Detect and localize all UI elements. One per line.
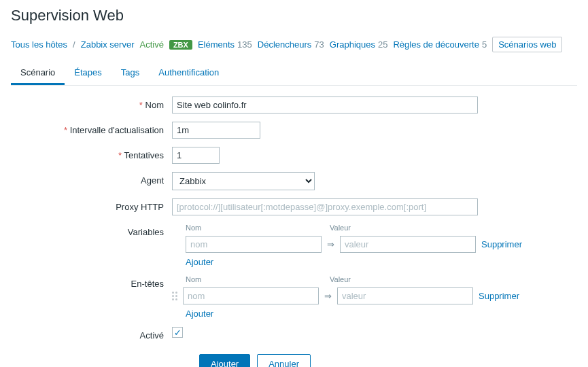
breadcrumb: Tous les hôtes / Zabbix server Activé ZB… bbox=[11, 37, 577, 52]
enabled-checkbox[interactable] bbox=[172, 327, 183, 338]
nav-triggers[interactable]: Déclencheurs bbox=[258, 39, 312, 50]
zbx-badge: ZBX bbox=[169, 40, 192, 50]
nav-graphs[interactable]: Graphiques bbox=[330, 39, 375, 50]
agent-select[interactable]: Zabbix bbox=[172, 172, 315, 190]
name-label: * Nom bbox=[38, 97, 164, 110]
nav-discovery-count: 5 bbox=[482, 39, 487, 50]
var-value-input[interactable] bbox=[340, 236, 476, 253]
agent-label: Agent bbox=[38, 172, 164, 186]
submit-button[interactable]: Ajouter bbox=[199, 354, 250, 367]
attempts-input[interactable] bbox=[172, 147, 220, 164]
arrow-icon: ⇒ bbox=[324, 291, 332, 301]
hdr-value-input[interactable] bbox=[337, 287, 473, 304]
drag-handle-icon[interactable] bbox=[172, 292, 177, 300]
interval-input[interactable] bbox=[172, 122, 260, 139]
hdr-name-input[interactable] bbox=[183, 287, 319, 304]
tab-steps[interactable]: Étapes bbox=[65, 62, 111, 85]
var-value-header: Valeur bbox=[330, 224, 466, 232]
nav-graphs-count: 25 bbox=[378, 39, 387, 50]
hdr-add-link[interactable]: Ajouter bbox=[186, 309, 532, 319]
var-name-header: Nom bbox=[186, 224, 322, 232]
tabs: Scénario Étapes Tags Authentification bbox=[11, 62, 577, 86]
proxy-input[interactable] bbox=[172, 198, 478, 215]
interval-label: * Intervalle d'actualisation bbox=[38, 122, 164, 135]
var-delete-link[interactable]: Supprimer bbox=[481, 239, 522, 249]
enabled-label: Activé bbox=[38, 327, 164, 340]
tab-tags[interactable]: Tags bbox=[111, 62, 149, 85]
hdr-name-header: Nom bbox=[186, 275, 322, 283]
hdr-delete-link[interactable]: Supprimer bbox=[479, 291, 519, 301]
status-enabled: Activé bbox=[139, 39, 163, 50]
proxy-label: Proxy HTTP bbox=[38, 198, 164, 212]
tab-auth[interactable]: Authentification bbox=[149, 62, 228, 85]
name-input[interactable] bbox=[172, 97, 478, 113]
nav-elements[interactable]: Eléments bbox=[198, 39, 235, 50]
nav-web-scenarios[interactable]: Scénarios web bbox=[492, 37, 562, 52]
nav-triggers-count: 73 bbox=[314, 39, 324, 50]
breadcrumb-all-hosts[interactable]: Tous les hôtes bbox=[11, 39, 67, 50]
page-title: Supervision Web bbox=[11, 7, 577, 24]
headers-label: En-têtes bbox=[38, 275, 164, 289]
breadcrumb-sep: / bbox=[73, 39, 75, 50]
nav-elements-count: 135 bbox=[237, 39, 252, 50]
cancel-button[interactable]: Annuler bbox=[257, 354, 311, 367]
var-name-input[interactable] bbox=[186, 236, 322, 253]
var-add-link[interactable]: Ajouter bbox=[186, 257, 532, 267]
attempts-label: * Tentatives bbox=[38, 147, 164, 160]
arrow-icon: ⇒ bbox=[327, 239, 334, 249]
breadcrumb-host[interactable]: Zabbix server bbox=[81, 39, 135, 50]
variables-label: Variables bbox=[38, 224, 164, 237]
tab-scenario[interactable]: Scénario bbox=[11, 62, 65, 85]
form: * Nom * Intervalle d'actualisation * Ten… bbox=[38, 97, 577, 367]
hdr-value-header: Valeur bbox=[330, 275, 466, 283]
nav-discovery[interactable]: Règles de découverte bbox=[393, 39, 479, 50]
